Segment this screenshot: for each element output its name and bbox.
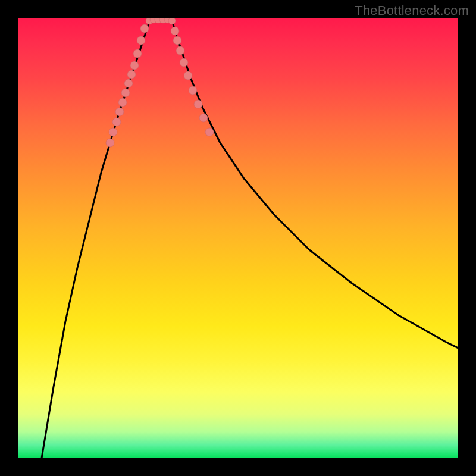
plot-area [18,18,458,458]
data-point [173,36,181,45]
series-right-curve [171,18,458,348]
watermark-text: TheBottleneck.com [355,3,469,18]
data-point [130,61,139,70]
data-point [199,114,208,122]
chart-frame: TheBottleneck.com [0,0,476,476]
data-point [124,79,133,87]
data-point [127,70,136,79]
data-point [118,98,127,107]
series-left-curve [42,18,151,458]
data-point [140,24,149,33]
data-point [205,128,214,136]
data-point [106,139,114,147]
data-point [171,27,179,35]
data-point [176,46,184,55]
data-point [137,36,145,45]
data-point [112,118,121,126]
data-point [109,128,117,136]
curve-layer [18,18,458,458]
data-point [189,86,197,95]
data-point [184,71,192,80]
data-point [121,89,130,97]
data-point [168,18,176,24]
data-point [133,49,142,58]
data-point [180,58,188,67]
data-point [194,100,202,108]
data-point [115,108,124,116]
